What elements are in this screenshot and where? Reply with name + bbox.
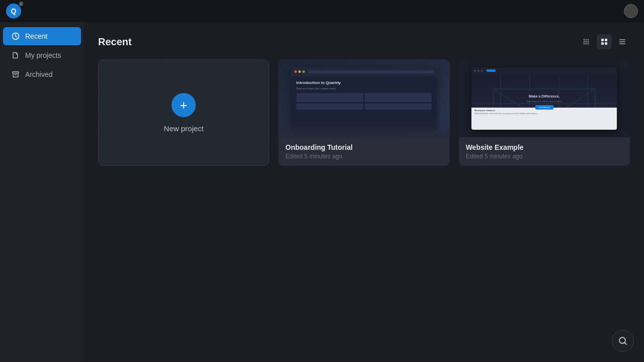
archive-icon bbox=[11, 70, 20, 79]
file-icon bbox=[11, 51, 20, 60]
project-info-website: Website Example Edited 5 minutes ago bbox=[459, 137, 630, 166]
sidebar-item-label-archived: Archived bbox=[25, 70, 52, 78]
new-project-label: New project bbox=[164, 124, 204, 133]
section-title: Recent bbox=[98, 36, 132, 48]
sidebar-item-archived[interactable]: Archived bbox=[3, 65, 81, 83]
topbar: Q β bbox=[0, 0, 644, 22]
avatar[interactable] bbox=[624, 4, 638, 18]
svg-point-2 bbox=[584, 39, 585, 41]
beta-badge: β bbox=[19, 2, 23, 6]
view-dots-button[interactable] bbox=[579, 34, 594, 49]
thumb-website-headline: Make a Difference. bbox=[529, 95, 559, 98]
svg-point-6 bbox=[586, 41, 587, 43]
app-logo[interactable]: Q β bbox=[6, 4, 21, 19]
new-project-plus-icon: + bbox=[172, 93, 196, 117]
thumb-onboarding-subtitle: Build and share your creative world bbox=[296, 87, 432, 90]
project-meta-website: Edited 5 minutes ago bbox=[466, 153, 623, 160]
project-card-onboarding[interactable]: Introduction to Quarkly Build and share … bbox=[278, 59, 449, 166]
search-fab[interactable] bbox=[612, 330, 634, 352]
project-name-website: Website Example bbox=[466, 143, 623, 151]
view-grid-button[interactable] bbox=[597, 34, 612, 49]
project-info-onboarding: Onboarding Tutorial Edited 5 minutes ago bbox=[278, 137, 449, 166]
thumb-cta-button: Get Started bbox=[535, 105, 553, 110]
project-meta-onboarding: Edited 5 minutes ago bbox=[285, 153, 442, 160]
svg-rect-13 bbox=[601, 42, 604, 45]
view-controls bbox=[579, 34, 630, 49]
svg-point-8 bbox=[584, 43, 585, 45]
svg-rect-15 bbox=[619, 39, 625, 40]
svg-rect-1 bbox=[13, 72, 19, 73]
logo-icon: Q β bbox=[6, 4, 21, 19]
svg-rect-14 bbox=[605, 42, 607, 45]
svg-point-7 bbox=[588, 41, 589, 43]
new-project-card[interactable]: + New project bbox=[98, 59, 269, 166]
project-card-website[interactable]: Make a Difference. Type begins you with … bbox=[459, 59, 630, 166]
thumb-website-tagline: Type begins you with the power to grow bbox=[527, 100, 562, 103]
svg-point-28 bbox=[619, 337, 625, 343]
svg-rect-16 bbox=[619, 41, 625, 42]
svg-point-5 bbox=[584, 41, 585, 43]
project-name-onboarding: Onboarding Tutorial bbox=[285, 143, 442, 151]
svg-point-9 bbox=[586, 43, 587, 45]
sidebar-item-my-projects[interactable]: My projects bbox=[3, 46, 81, 64]
project-thumbnail-onboarding: Introduction to Quarkly Build and share … bbox=[278, 59, 449, 137]
view-list-button[interactable] bbox=[615, 34, 630, 49]
sidebar-item-label-my-projects: My projects bbox=[25, 51, 61, 59]
svg-point-4 bbox=[588, 39, 589, 41]
section-header: Recent bbox=[98, 34, 630, 49]
topbar-right bbox=[624, 4, 638, 18]
clock-icon bbox=[11, 32, 20, 41]
svg-point-3 bbox=[586, 39, 587, 41]
project-thumbnail-website: Make a Difference. Type begins you with … bbox=[459, 59, 630, 137]
svg-rect-12 bbox=[605, 39, 607, 41]
svg-rect-11 bbox=[601, 39, 604, 41]
svg-rect-17 bbox=[619, 43, 625, 44]
layout: Recent My projects Archived bbox=[0, 22, 644, 362]
sidebar-item-recent[interactable]: Recent bbox=[3, 27, 81, 45]
thumb-onboarding-title: Introduction to Quarkly bbox=[296, 80, 432, 85]
sidebar: Recent My projects Archived bbox=[0, 22, 84, 362]
project-grid: + New project bbox=[98, 59, 630, 166]
sidebar-item-label-recent: Recent bbox=[25, 32, 47, 40]
main-content: Recent bbox=[84, 22, 644, 362]
svg-point-10 bbox=[588, 43, 589, 45]
